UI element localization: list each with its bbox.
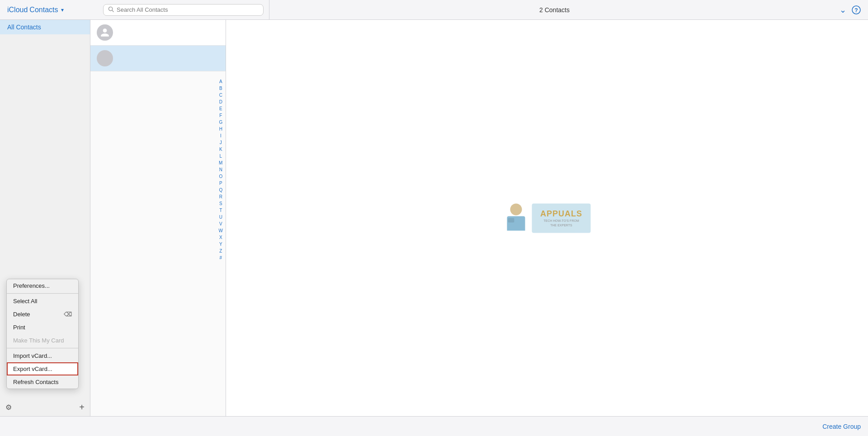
alpha-K[interactable]: K xyxy=(218,146,223,153)
context-menu-print-label: Print xyxy=(13,324,25,331)
header-actions: ⌄ ? xyxy=(840,5,868,15)
context-menu-separator-2 xyxy=(7,348,78,348)
detail-panel: APPUALS TECH HOW-TO'S FROMTHE EXPERTS xyxy=(226,20,868,416)
appuals-figure xyxy=(504,203,528,233)
appuals-logo-box: APPUALS TECH HOW-TO'S FROMTHE EXPERTS xyxy=(532,203,591,233)
sidebar-item-all-contacts[interactable]: All Contacts xyxy=(0,20,90,34)
alpha-hash[interactable]: # xyxy=(218,255,223,261)
dropdown-icon: ⌄ xyxy=(840,5,846,15)
sidebar: All Contacts Preferences... Select All D… xyxy=(0,20,90,416)
alpha-X[interactable]: X xyxy=(218,234,223,241)
app-brand: iCloud Contacts ▾ xyxy=(7,6,98,14)
alpha-O[interactable]: O xyxy=(218,173,223,180)
create-group-button[interactable]: Create Group xyxy=(822,423,861,430)
figure-body xyxy=(507,216,525,230)
alpha-T[interactable]: T xyxy=(218,207,223,214)
module-dropdown-arrow[interactable]: ▾ xyxy=(61,7,64,13)
alpha-Q[interactable]: Q xyxy=(218,187,223,193)
svg-text:?: ? xyxy=(854,7,858,14)
figure-head xyxy=(510,203,522,215)
context-menu-export-vcard[interactable]: Export vCard... xyxy=(7,362,78,375)
alpha-Y[interactable]: Y xyxy=(218,241,223,248)
search-icon xyxy=(108,6,114,14)
context-menu-preferences-label: Preferences... xyxy=(13,282,50,289)
add-icon: + xyxy=(79,402,85,413)
contact-avatar-1 xyxy=(97,24,113,41)
context-menu-export-vcard-label: Export vCard... xyxy=(13,366,52,372)
main-content: All Contacts Preferences... Select All D… xyxy=(0,20,868,416)
alpha-B[interactable]: B xyxy=(218,85,223,92)
alpha-C[interactable]: C xyxy=(218,92,223,98)
contact-list: A B C D E F G H I J K L M N O P Q R S T … xyxy=(90,20,226,416)
context-menu-refresh-label: Refresh Contacts xyxy=(13,379,58,385)
gear-icon: ⚙ xyxy=(5,403,12,412)
alpha-U[interactable]: U xyxy=(218,214,223,220)
alpha-D[interactable]: D xyxy=(218,99,223,105)
icloud-label: iCloud xyxy=(7,6,28,14)
create-group-label: Create Group xyxy=(822,423,861,430)
context-menu: Preferences... Select All Delete ⌫ Print… xyxy=(6,279,79,389)
alpha-J[interactable]: J xyxy=(219,140,223,146)
search-input[interactable] xyxy=(117,6,259,13)
contact-card-2[interactable] xyxy=(90,46,226,71)
context-menu-select-all-label: Select All xyxy=(13,298,37,305)
delete-backspace-icon: ⌫ xyxy=(64,311,72,318)
add-button[interactable]: + xyxy=(79,402,85,413)
svg-line-1 xyxy=(112,10,113,11)
context-menu-import-vcard[interactable]: Import vCard... xyxy=(7,349,78,362)
alpha-M[interactable]: M xyxy=(218,160,223,166)
alpha-W[interactable]: W xyxy=(218,228,224,234)
context-menu-make-my-card: Make This My Card xyxy=(7,334,78,347)
context-menu-refresh[interactable]: Refresh Contacts xyxy=(7,375,78,389)
contact-card-1[interactable] xyxy=(90,20,226,46)
alpha-A[interactable]: A xyxy=(218,79,223,85)
search-area xyxy=(98,0,269,19)
appuals-title: APPUALS xyxy=(540,209,582,219)
contacts-count: 2 Contacts xyxy=(269,6,840,14)
context-menu-delete-label: Delete xyxy=(13,311,30,318)
module-label: Contacts xyxy=(29,6,58,14)
alpha-L[interactable]: L xyxy=(218,153,223,159)
alpha-G[interactable]: G xyxy=(218,119,223,126)
appuals-subtitle: TECH HOW-TO'S FROMTHE EXPERTS xyxy=(540,219,582,227)
alpha-S[interactable]: S xyxy=(218,201,223,207)
alpha-I[interactable]: I xyxy=(219,133,222,139)
appuals-watermark: APPUALS TECH HOW-TO'S FROMTHE EXPERTS xyxy=(504,203,591,233)
figure-arm-left xyxy=(508,218,514,222)
contacts-count-label: 2 Contacts xyxy=(539,6,570,14)
app-header: iCloud Contacts ▾ 2 Contacts ⌄ ? xyxy=(0,0,868,20)
context-menu-select-all[interactable]: Select All xyxy=(7,295,78,308)
dropdown-btn[interactable]: ⌄ xyxy=(840,5,846,15)
alpha-P[interactable]: P xyxy=(218,180,223,187)
appuals-logo-text: APPUALS TECH HOW-TO'S FROMTHE EXPERTS xyxy=(540,209,582,227)
alpha-R[interactable]: R xyxy=(218,194,223,200)
alpha-N[interactable]: N xyxy=(218,167,223,173)
context-menu-preferences[interactable]: Preferences... xyxy=(7,279,78,292)
settings-button[interactable]: ⚙ xyxy=(5,403,12,412)
alpha-Z[interactable]: Z xyxy=(218,248,223,254)
sidebar-footer: ⚙ + xyxy=(0,398,90,416)
alpha-H[interactable]: H xyxy=(218,126,223,132)
help-btn[interactable]: ? xyxy=(852,5,861,14)
bottom-bar: Create Group xyxy=(0,416,868,436)
alpha-E[interactable]: E xyxy=(218,106,223,112)
context-menu-print[interactable]: Print xyxy=(7,321,78,334)
alpha-F[interactable]: F xyxy=(218,113,223,119)
context-menu-separator-1 xyxy=(7,293,78,294)
contact-avatar-2 xyxy=(97,50,113,66)
context-menu-import-vcard-label: Import vCard... xyxy=(13,352,52,359)
search-wrapper xyxy=(103,4,264,16)
context-menu-delete[interactable]: Delete ⌫ xyxy=(7,308,78,321)
context-menu-make-my-card-label: Make This My Card xyxy=(13,337,64,344)
sidebar-label: All Contacts xyxy=(7,23,41,31)
alpha-V[interactable]: V xyxy=(218,221,223,227)
alphabet-index: A B C D E F G H I J K L M N O P Q R S T … xyxy=(218,79,224,261)
